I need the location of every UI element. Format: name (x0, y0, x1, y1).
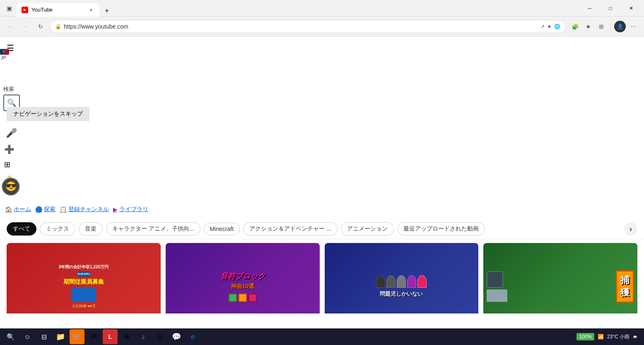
window-sidebar-btn[interactable]: ▣ (3, 2, 15, 14)
tab-bar: YouTube × + (15, 0, 580, 17)
favorites-bar-icon[interactable]: ★ (582, 21, 594, 32)
create-icon[interactable]: ➕ (4, 144, 14, 154)
filter-chips-bar: すべて ミックス 音楽 キャラクター アニメ、子供向... Minecraft … (0, 219, 644, 239)
chip-minecraft[interactable]: Minecraft (204, 223, 240, 235)
flag-area: 🏴 (0, 49, 9, 55)
weather-temp: 23°C 小雨 (607, 333, 630, 340)
taskbar-l-app[interactable]: L (103, 329, 118, 344)
taskbar-search-icon[interactable]: 🔍 (3, 329, 18, 344)
char1 (376, 275, 385, 288)
block3 (248, 294, 257, 302)
taskbar-app7[interactable]: 💬 (169, 329, 184, 344)
extensions-icon[interactable]: 🧩 (569, 21, 581, 32)
char2 (386, 275, 396, 288)
maximize-button[interactable]: □ (601, 2, 620, 15)
collections-icon[interactable]: ⊞ (596, 21, 607, 32)
forward-button[interactable]: → (20, 21, 31, 32)
chip-anime[interactable]: キャラクター アニメ、子供向... (106, 222, 200, 236)
block1 (229, 294, 237, 302)
avatar-icon: 😎 (5, 181, 17, 192)
taskbar-file-explorer[interactable]: 📁 (53, 329, 68, 344)
address-bar: ← → ↻ 🔒 https://www.youtube.com ↗ ★ 🌐 🧩 … (0, 17, 644, 36)
system-tray: 100% 📶 23°C 小雨 🌧 (573, 333, 641, 340)
video-card-1[interactable]: 3年間の合計年収1,220万円 SUBARU 期間従業員募集 入社特典 ●●万 (7, 243, 161, 310)
separator (610, 22, 611, 31)
favorites-icon: ★ (547, 24, 552, 29)
nav-subscriptions[interactable]: 📋 登録チャンネル (58, 204, 111, 215)
char4 (407, 275, 416, 288)
video-thumb-4: 捕 獲 (483, 243, 637, 313)
active-tab[interactable]: YouTube × (17, 3, 99, 17)
user-avatar[interactable]: 😎 (2, 177, 20, 196)
flag-icon: 🏴 (0, 49, 9, 55)
toolbar-icons: 🧩 ★ ⊞ 👤 ⋯ (569, 21, 639, 32)
video-card-4[interactable]: 捕 獲 (483, 243, 637, 310)
taskbar-mail[interactable]: ✉ (86, 329, 101, 344)
char5 (417, 275, 427, 288)
mc-char (487, 271, 503, 288)
translate-icon: 🌐 (554, 24, 560, 29)
jp-label: JP (1, 55, 6, 60)
battery-indicator: 100% (576, 333, 594, 340)
microphone-button[interactable]: 🎤 (6, 128, 17, 138)
video-thumb-2: 音符ブロック 神曲10選 (166, 243, 320, 313)
subscriptions-label: 登録チャンネル (68, 206, 109, 213)
open-external-icon: ↗ (540, 24, 545, 29)
skip-navigation-button[interactable]: ナビゲーションをスキップ (7, 107, 89, 121)
window-controls: ─ □ ✕ (580, 2, 641, 15)
home-label: ホーム (14, 206, 31, 213)
taskbar-task-view[interactable]: ⊟ (36, 329, 51, 344)
close-button[interactable]: ✕ (622, 2, 641, 15)
taskbar: 🔍 ○ ⊟ 📁 🛒 ✉ L ⊕ ♪ ◎ 💬 e 100% 📶 23°C 小雨 🌧 (0, 328, 644, 345)
taskbar-spotify[interactable]: ♪ (136, 329, 151, 344)
subaru-logo: SUBARU (77, 272, 90, 277)
url-bar[interactable]: 🔒 https://www.youtube.com ↗ ★ 🌐 (50, 20, 566, 33)
back-button[interactable]: ← (5, 21, 17, 32)
apps-icon[interactable]: ⊞ (4, 160, 14, 169)
chip-action[interactable]: アクション＆アドベンチャー ... (243, 222, 338, 236)
video-card-2[interactable]: 音符ブロック 神曲10選 (166, 243, 320, 310)
chip-mix[interactable]: ミックス (40, 222, 75, 236)
nav-explore[interactable]: 🔵 探索 (34, 204, 57, 215)
nav-home[interactable]: 🏠 ホーム (3, 204, 33, 215)
subscriptions-icon: 📋 (60, 206, 67, 213)
profile-avatar[interactable]: 👤 (614, 21, 626, 32)
chip-all[interactable]: すべて (7, 222, 36, 236)
explore-label: 探索 (44, 206, 55, 213)
url-text: https://www.youtube.com (64, 23, 538, 30)
library-icon: ▶ (113, 206, 118, 213)
tab-close-button[interactable]: × (88, 7, 94, 13)
explore-icon: 🔵 (35, 206, 42, 213)
video-thumb-3: 問題児しかいない (325, 243, 479, 313)
taskbar-store[interactable]: 🛒 (70, 329, 84, 344)
tab-favicon (22, 7, 28, 13)
weather-icon: 📶 (598, 334, 604, 340)
library-label: ライブラリ (119, 206, 148, 213)
title-bar: ▣ YouTube × + ─ □ ✕ (0, 0, 644, 17)
video-thumb-1: 3年間の合計年収1,220万円 SUBARU 期間従業員募集 入社特典 ●●万 (7, 243, 161, 313)
minimize-button[interactable]: ─ (580, 2, 599, 15)
char3 (397, 275, 406, 288)
chip-music[interactable]: 音楽 (79, 222, 103, 236)
taskbar-xbox[interactable]: ⊕ (119, 329, 134, 344)
search-icon: 🔍 (7, 98, 16, 107)
nav-links: 🏠 ホーム 🔵 探索 📋 登録チャンネル ▶ ライブラリ (0, 202, 153, 216)
new-tab-button[interactable]: + (101, 5, 113, 17)
home-icon: 🏠 (5, 206, 12, 213)
taskbar-app6[interactable]: ◎ (152, 329, 167, 344)
refresh-button[interactable]: ↻ (35, 21, 46, 32)
taskbar-cortana[interactable]: ○ (20, 329, 35, 344)
chip-recent[interactable]: 最近アップロードされた動画 (397, 222, 485, 236)
chip-animation[interactable]: アニメーション (341, 222, 394, 236)
nav-library[interactable]: ▶ ライブラリ (111, 204, 150, 215)
settings-more-button[interactable]: ⋯ (627, 21, 639, 32)
page-body: ☰ 🏴 JP ナビゲーションをスキップ 検索 🔍 🎤 ➕ ⊞ 🔔 😎 🏠 ホーム… (0, 36, 644, 330)
video-card-3[interactable]: 問題児しかいない (325, 243, 479, 310)
taskbar-edge[interactable]: e (186, 329, 200, 344)
lock-icon: 🔒 (55, 24, 61, 29)
search-label: 検索 (3, 85, 20, 93)
mc-scene (487, 289, 507, 302)
video-grid: 3年間の合計年収1,220万円 SUBARU 期間従業員募集 入社特典 ●●万 … (0, 240, 644, 313)
chip-scroll-right[interactable]: › (624, 222, 637, 236)
car-placeholder (71, 287, 96, 302)
